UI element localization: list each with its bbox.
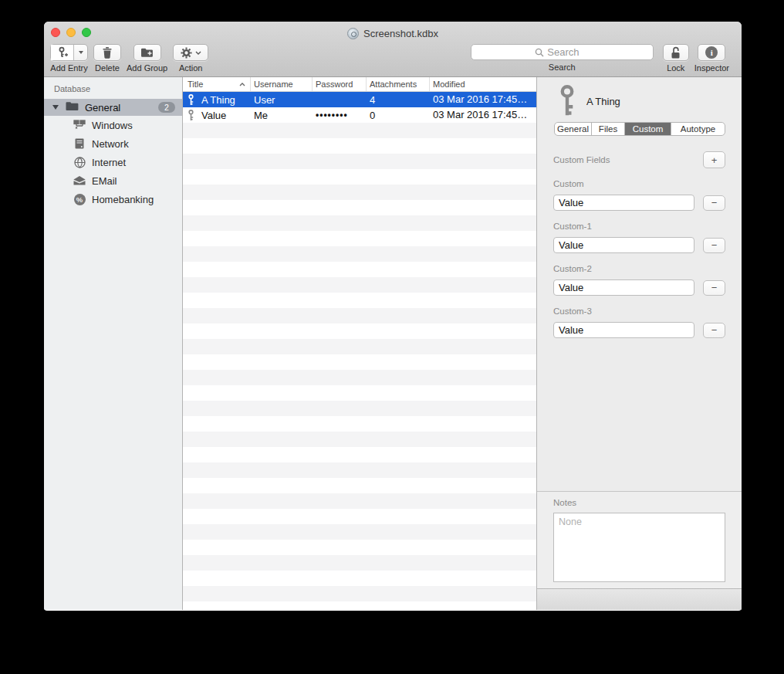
field-label: Custom-1 xyxy=(553,222,725,231)
notes-label: Notes xyxy=(553,498,725,507)
sidebar-item-internet[interactable]: Internet xyxy=(44,153,182,171)
toolbar-item-action: Action xyxy=(173,44,208,73)
search-icon xyxy=(535,48,544,57)
delete-button[interactable] xyxy=(93,44,121,61)
envelope-icon xyxy=(73,176,86,185)
custom-field-group: Custom-3 − xyxy=(553,296,725,338)
sidebar-item-windows[interactable]: Windows xyxy=(44,116,182,134)
disclosure-triangle-icon[interactable] xyxy=(52,105,59,110)
server-icon xyxy=(73,138,86,149)
sidebar-item-general[interactable]: General 2 xyxy=(44,99,182,116)
add-entry-button[interactable] xyxy=(50,44,88,61)
field-value-input[interactable] xyxy=(553,237,694,253)
cell-title: A Thing xyxy=(201,94,235,106)
gear-icon xyxy=(181,47,192,59)
sidebar: Database General 2 xyxy=(44,77,183,610)
sidebar-section-header: Database xyxy=(44,77,182,99)
add-entry-label: Add Entry xyxy=(50,63,87,73)
search-field[interactable] xyxy=(471,44,654,60)
minimize-button[interactable] xyxy=(66,28,76,37)
traffic-lights xyxy=(51,28,91,37)
document-icon xyxy=(347,28,359,39)
table-header: Title Username Password Attachments Modi… xyxy=(183,77,536,92)
remove-field-button[interactable]: − xyxy=(703,195,725,211)
column-header-username[interactable]: Username xyxy=(251,77,313,91)
field-value-input[interactable] xyxy=(553,279,694,296)
table-row[interactable]: Value Me •••••••• 0 03 Mar 2016 17:45… xyxy=(183,107,536,123)
key-icon xyxy=(188,94,194,106)
add-group-button[interactable] xyxy=(133,44,161,61)
column-header-password[interactable]: Password xyxy=(313,77,367,91)
table-row[interactable]: A Thing User 4 03 Mar 2016 17:45… xyxy=(183,92,536,107)
toolbar: Add Entry Delete xyxy=(44,42,742,76)
entry-header: A Thing xyxy=(537,77,742,117)
sidebar-item-label: General xyxy=(85,102,158,113)
action-button[interactable] xyxy=(173,44,208,61)
cell-username: User xyxy=(251,94,313,106)
trash-icon xyxy=(102,46,113,59)
cell-password: •••••••• xyxy=(313,110,367,120)
notes-section: Notes xyxy=(537,491,742,588)
inspector-spacer xyxy=(537,338,742,491)
field-value-input[interactable] xyxy=(553,322,694,338)
toolbar-item-search: Search xyxy=(471,44,654,72)
sidebar-item-homebanking[interactable]: % Homebanking xyxy=(44,190,182,208)
percent-icon: % xyxy=(73,194,86,205)
zoom-button[interactable] xyxy=(82,28,91,37)
tab-general[interactable]: General xyxy=(555,123,592,135)
add-entry-dropdown[interactable] xyxy=(74,45,87,60)
cell-modified: 03 Mar 2016 17:45… xyxy=(430,107,536,123)
dropdown-arrow-icon xyxy=(79,51,83,54)
column-header-title[interactable]: Title xyxy=(183,77,251,91)
chevron-down-icon xyxy=(195,51,201,55)
unlocked-padlock-icon xyxy=(671,46,681,59)
entry-title: A Thing xyxy=(586,96,620,107)
toolbar-item-add-entry: Add Entry xyxy=(50,44,88,73)
entry-table: Title Username Password Attachments Modi… xyxy=(183,77,537,610)
delete-label: Delete xyxy=(95,63,120,73)
search-input[interactable] xyxy=(547,46,589,58)
key-icon xyxy=(557,85,577,117)
empty-rows-area[interactable] xyxy=(183,123,536,610)
notes-textarea[interactable] xyxy=(553,513,725,582)
tab-autotype[interactable]: Autotype xyxy=(671,123,725,135)
toolbar-item-lock: Lock xyxy=(663,44,689,73)
remove-field-button[interactable]: − xyxy=(703,323,725,338)
key-plus-icon[interactable] xyxy=(51,45,74,60)
sidebar-item-email[interactable]: EMail xyxy=(44,171,182,190)
info-icon: i xyxy=(705,46,718,59)
column-header-modified[interactable]: Modified xyxy=(430,77,536,91)
sidebar-item-label: Windows xyxy=(92,120,133,131)
custom-fields-header: Custom Fields + xyxy=(553,151,725,168)
cell-modified: 03 Mar 2016 17:45… xyxy=(430,92,536,107)
search-label: Search xyxy=(549,63,576,72)
sidebar-item-label: Network xyxy=(92,138,129,150)
toolbar-item-delete: Delete xyxy=(93,44,121,73)
lock-button[interactable] xyxy=(663,44,689,61)
remove-field-button[interactable]: − xyxy=(703,280,725,296)
cell-title: Value xyxy=(201,110,226,121)
cell-username: Me xyxy=(251,110,313,121)
sidebar-item-network[interactable]: Network xyxy=(44,134,182,153)
toolbar-item-add-group: Add Group xyxy=(127,44,167,73)
remove-field-button[interactable]: − xyxy=(703,238,725,253)
custom-fields-title: Custom Fields xyxy=(553,155,610,164)
titlebar[interactable]: Screenshot.kdbx xyxy=(44,22,742,42)
custom-field-group: Custom-1 − xyxy=(553,211,725,253)
cell-attachments: 0 xyxy=(367,110,430,121)
close-button[interactable] xyxy=(51,28,60,37)
column-header-attachments[interactable]: Attachments xyxy=(367,77,430,91)
inspector-panel: A Thing General Files Custom Autotype Cu… xyxy=(537,77,742,610)
add-field-button[interactable]: + xyxy=(703,151,725,168)
tab-files[interactable]: Files xyxy=(592,123,625,135)
custom-field-group: Custom-2 − xyxy=(553,253,725,296)
field-value-input[interactable] xyxy=(553,195,694,211)
add-group-label: Add Group xyxy=(127,63,167,73)
action-label: Action xyxy=(179,63,203,73)
entry-count-badge: 2 xyxy=(158,102,175,113)
app-window: Screenshot.kdbx xyxy=(44,22,742,611)
inspector-button[interactable]: i xyxy=(698,44,725,61)
tab-custom[interactable]: Custom xyxy=(625,123,671,135)
cell-attachments: 4 xyxy=(367,94,430,106)
folder-plus-icon xyxy=(140,47,154,58)
